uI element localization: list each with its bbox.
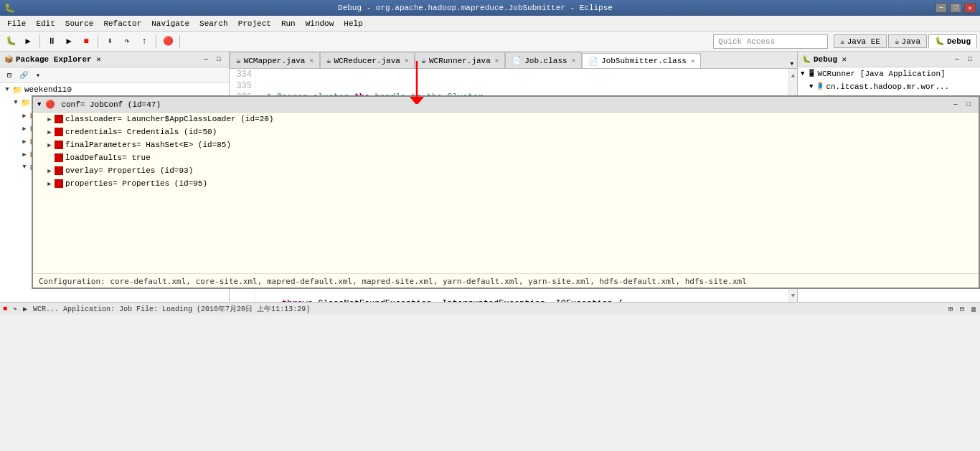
variables-panel: ▼ 🔴 conf= JobConf (id=47) — □ ▶ classLoa…	[32, 95, 980, 289]
stop-button[interactable]: ■	[78, 34, 94, 49]
tab-icon: 📄	[512, 56, 522, 65]
suspend-button[interactable]: ⏸	[44, 34, 60, 49]
menu-item-source[interactable]: Source	[61, 18, 98, 29]
collapse-all-button[interactable]: ⊟	[3, 69, 16, 82]
menu-item-help[interactable]: Help	[339, 18, 367, 29]
debug-perspective[interactable]: 🐛 Debug	[928, 34, 977, 48]
toolbar: 🐛 ▶ ⏸ ▶ ■ ⬇ ↷ ↑ 🔴 Quick Access ☕ Java EE…	[0, 32, 980, 52]
debug-panel-controls: — □	[951, 54, 976, 65]
menu-item-search[interactable]: Search	[195, 18, 232, 29]
link-editor-button[interactable]: 🔗	[17, 69, 30, 82]
tab-jobsubmitter[interactable]: 📄 JobSubmitter.class ✕	[582, 53, 701, 69]
tab-wcmapper[interactable]: ☕ WCMapper.java ✕	[230, 52, 320, 68]
var-item-finalparams[interactable]: ▶ finalParameters= HashSet<E> (id=85)	[33, 138, 979, 151]
debug-panel-title: Debug ✕	[814, 54, 847, 64]
expand-icon: ▼	[801, 67, 804, 80]
tab-icon: ☕	[326, 56, 331, 65]
tab-close-icon[interactable]: ✕	[309, 57, 313, 65]
step-return-button[interactable]: ↑	[136, 34, 152, 49]
toolbar-separator-1	[39, 35, 40, 48]
variables-title: conf= JobConf (id=47)	[61, 100, 161, 109]
menu-item-navigate[interactable]: Navigate	[147, 18, 194, 29]
resume-status-icon[interactable]: ▶	[23, 305, 27, 313]
var-label: overlay= Properties (id=93)	[65, 166, 193, 175]
titlebar: 🐛 Debug - org.apache.hadoop.mapreduce.Jo…	[0, 0, 980, 16]
maximize-vars-button[interactable]: □	[963, 99, 974, 110]
menu-item-refactor[interactable]: Refactor	[99, 18, 146, 29]
debug-item-wcrunner[interactable]: ▼ 📱 WCRunner [Java Application]	[798, 67, 980, 80]
minimize-panel-button[interactable]: —	[200, 54, 212, 65]
toggle-breakpoint-button[interactable]: 🔴	[160, 34, 176, 49]
maximize-button[interactable]: □	[950, 3, 961, 13]
var-icon	[55, 166, 63, 175]
close-button[interactable]: ✕	[964, 3, 976, 13]
tab-close-icon[interactable]: ✕	[691, 57, 694, 65]
tab-close-icon[interactable]: ✕	[572, 57, 575, 65]
step-over-status-icon[interactable]: ↷	[13, 305, 17, 313]
toolbar-right: ⊞ ⊟ ▥	[947, 305, 977, 313]
java-perspective[interactable]: ☕ Java	[888, 34, 927, 48]
java-ee-perspective[interactable]: ☕ Java EE	[834, 34, 887, 48]
var-icon	[55, 141, 63, 149]
menu-item-run[interactable]: Run	[277, 18, 300, 29]
view-icon-1[interactable]: ⊞	[948, 305, 953, 313]
step-into-button[interactable]: ⬇	[102, 34, 118, 49]
var-item-properties[interactable]: ▶ properties= Properties (id=95)	[33, 177, 979, 190]
tab-wcreducer[interactable]: ☕ WCReducer.java ✕	[320, 52, 415, 68]
var-icon	[55, 153, 63, 162]
tab-close-icon[interactable]: ✕	[495, 57, 499, 65]
app-icon: 📱	[806, 69, 817, 79]
tab-controls: ▾	[786, 59, 797, 68]
menu-item-project[interactable]: Project	[234, 18, 275, 29]
debug-label: cn.itcast.hadoop.mr.wor...	[826, 80, 949, 93]
view-icon-3[interactable]: ▥	[971, 305, 976, 313]
quick-access-box[interactable]: Quick Access	[713, 34, 828, 49]
tab-wcrunner[interactable]: ☕ WCRunner.java ✕	[415, 52, 505, 68]
view-icon-2[interactable]: ⊟	[960, 305, 964, 313]
run-button[interactable]: ▶	[20, 34, 36, 49]
debug-icon: 🐛	[802, 55, 811, 64]
debug-item-cn[interactable]: ▼ 🧵 cn.itcast.hadoop.mr.wor...	[798, 80, 980, 93]
close-all-icon[interactable]: ▾	[789, 59, 794, 68]
menu-item-file[interactable]: File	[3, 18, 30, 29]
var-expand-icon: ▶	[44, 167, 55, 175]
minimize-vars-button[interactable]: —	[950, 99, 961, 110]
var-item-classloader[interactable]: ▶ classLoader= Launcher$AppClassLoader (…	[33, 113, 979, 125]
tab-job[interactable]: 📄 Job.class ✕	[505, 52, 582, 68]
perspective-buttons: ☕ Java EE ☕ Java 🐛 Debug	[834, 34, 977, 48]
maximize-panel-button[interactable]: □	[213, 54, 225, 65]
var-expand-icon: ▶	[44, 115, 55, 123]
tab-icon: ☕	[421, 56, 426, 65]
vars-panel-controls: — □	[950, 99, 974, 110]
step-over-button[interactable]: ↷	[119, 34, 135, 49]
variables-header: ▼ 🔴 conf= JobConf (id=47) — □	[33, 97, 979, 113]
toolbar-separator-4	[179, 35, 180, 48]
var-item-credentials[interactable]: ▶ credentials= Credentials (id=50)	[33, 125, 979, 138]
resume-button[interactable]: ▶	[61, 34, 77, 49]
var-expand-icon: ▶	[44, 128, 55, 136]
var-item-overlay[interactable]: ▶ overlay= Properties (id=93)	[33, 164, 979, 177]
tree-menu-button[interactable]: ▾	[32, 69, 44, 82]
package-explorer-title: Package Explorer ✕	[16, 54, 101, 64]
var-expand-icon	[44, 154, 55, 161]
var-label: loadDefaults= true	[65, 153, 151, 162]
minimize-button[interactable]: —	[936, 3, 947, 13]
maximize-debug-button[interactable]: □	[964, 54, 976, 65]
tab-label: JobSubmitter.class	[601, 57, 687, 65]
expand-icon: ▼	[11, 98, 20, 107]
tree-item-weekend110[interactable]: ▼ 📁 weekend110	[0, 83, 229, 96]
menu-item-window[interactable]: Window	[301, 18, 339, 29]
stop-debug-icon[interactable]: ■	[3, 305, 7, 313]
menu-item-edit[interactable]: Edit	[32, 18, 59, 29]
panel-controls: — □	[200, 54, 225, 65]
expand-icon: ▶	[20, 150, 29, 158]
tab-close-icon[interactable]: ✕	[405, 57, 408, 65]
statusbar: ■ ↷ ▶ WCR... Application: Job File: Load…	[0, 302, 980, 315]
toolbar-separator-2	[98, 35, 98, 48]
minimize-debug-button[interactable]: —	[951, 54, 963, 65]
var-label: classLoader= Launcher$AppClassLoader (id…	[65, 115, 273, 123]
debug-label: WCRunner [Java Application]	[817, 67, 945, 80]
debug-button[interactable]: 🐛	[3, 34, 19, 49]
var-item-loaddefaults[interactable]: loadDefaults= true	[33, 151, 979, 164]
tab-label: WCMapper.java	[244, 57, 306, 65]
